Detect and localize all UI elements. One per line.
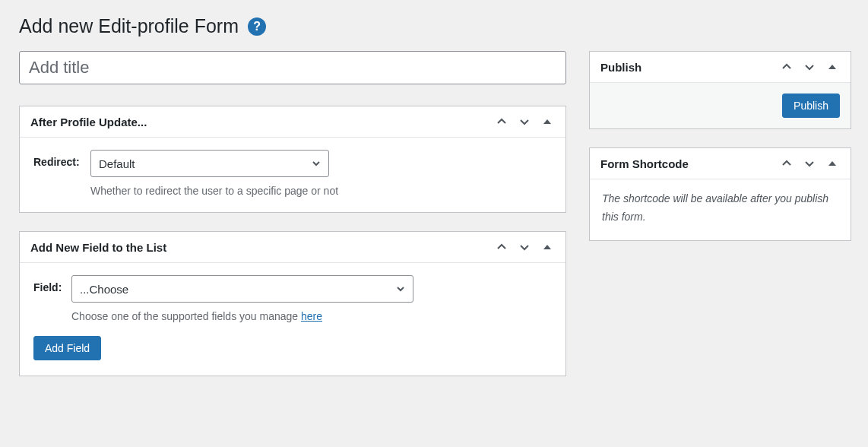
panel-header: After Profile Update... (20, 106, 565, 138)
panel-title: Form Shortcode (600, 157, 779, 170)
panel-title: Add New Field to the List (30, 241, 494, 254)
redirect-select-wrap: Default (90, 150, 329, 177)
redirect-row: Redirect: Default Whether to redirect th… (33, 150, 552, 197)
main-column: After Profile Update... Redirect: (19, 51, 566, 395)
toggle-icon[interactable] (825, 59, 840, 74)
field-help-link[interactable]: here (301, 310, 322, 322)
field-label: Field: (33, 275, 71, 293)
help-icon[interactable]: ? (248, 17, 266, 36)
panel-title: After Profile Update... (30, 116, 494, 128)
layout: After Profile Update... Redirect: (19, 51, 849, 395)
shortcode-panel: Form Shortcode The shortcode will be ava… (589, 147, 851, 241)
toggle-icon[interactable] (540, 239, 555, 255)
move-up-icon[interactable] (494, 239, 509, 255)
publish-body: Publish (590, 83, 851, 128)
panel-controls (494, 114, 555, 129)
field-row: Field: ...Choose Choose one of the suppo… (33, 275, 552, 322)
redirect-control: Default Whether to redirect the user to … (90, 150, 552, 197)
title-input[interactable] (19, 51, 566, 84)
field-select-wrap: ...Choose (71, 275, 413, 303)
toggle-icon[interactable] (825, 156, 840, 171)
publish-panel: Publish Publish (589, 51, 851, 129)
page-header: Add new Edit-profile Form ? (19, 15, 849, 37)
toggle-icon[interactable] (540, 114, 555, 129)
redirect-help-text: Whether to redirect the user to a specif… (90, 185, 552, 197)
panel-controls (494, 239, 555, 255)
move-down-icon[interactable] (802, 59, 817, 74)
move-up-icon[interactable] (779, 59, 794, 74)
add-field-panel: Add New Field to the List Field: (19, 231, 566, 376)
panel-header: Add New Field to the List (20, 232, 565, 263)
add-field-button[interactable]: Add Field (33, 336, 101, 360)
shortcode-message: The shortcode will be available after yo… (602, 190, 838, 227)
field-help-prefix: Choose one of the supported fields you m… (71, 310, 301, 322)
move-down-icon[interactable] (517, 114, 532, 129)
publish-button[interactable]: Publish (782, 94, 840, 118)
panel-body: Redirect: Default Whether to redirect th… (20, 138, 565, 212)
field-select[interactable]: ...Choose (71, 275, 413, 303)
move-up-icon[interactable] (494, 114, 509, 129)
panel-controls (779, 156, 840, 171)
redirect-select[interactable]: Default (90, 150, 329, 177)
after-profile-update-panel: After Profile Update... Redirect: (19, 106, 566, 213)
move-down-icon[interactable] (517, 239, 532, 255)
panel-title: Publish (600, 61, 779, 74)
side-column: Publish Publish F (589, 51, 851, 395)
panel-header: Form Shortcode (590, 148, 851, 179)
panel-body: Field: ...Choose Choose one of the suppo… (20, 263, 565, 376)
panel-header: Publish (590, 52, 851, 83)
field-help-text: Choose one of the supported fields you m… (71, 310, 552, 322)
page-title: Add new Edit-profile Form (19, 15, 239, 37)
move-up-icon[interactable] (779, 156, 794, 171)
move-down-icon[interactable] (802, 156, 817, 171)
shortcode-body: The shortcode will be available after yo… (590, 179, 851, 240)
panel-controls (779, 59, 840, 74)
field-control: ...Choose Choose one of the supported fi… (71, 275, 552, 322)
redirect-label: Redirect: (33, 150, 90, 168)
